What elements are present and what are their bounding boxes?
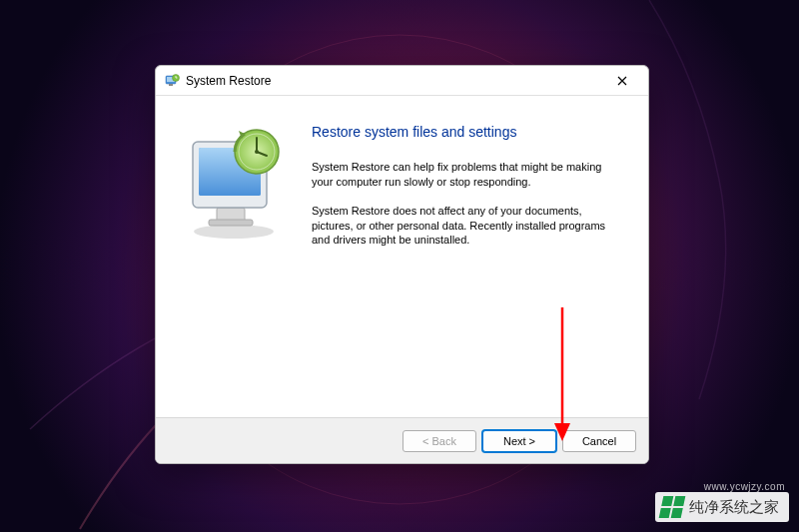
svg-rect-7 xyxy=(209,220,253,226)
next-button[interactable]: Next > xyxy=(482,430,556,452)
watermark-text: 纯净系统之家 xyxy=(689,498,779,517)
dialog-paragraph-1: System Restore can help fix problems tha… xyxy=(312,160,611,190)
system-restore-dialog: System Restore xyxy=(155,65,649,464)
dialog-content: Restore system files and settings System… xyxy=(306,96,648,417)
dialog-title: System Restore xyxy=(186,74,604,88)
svg-rect-4 xyxy=(169,84,173,86)
titlebar: System Restore xyxy=(156,66,648,96)
dialog-body: Restore system files and settings System… xyxy=(156,96,648,417)
back-button: < Back xyxy=(402,430,476,452)
watermark: 纯净系统之家 xyxy=(655,492,789,522)
cancel-button[interactable]: Cancel xyxy=(562,430,636,452)
system-restore-icon xyxy=(164,73,180,89)
close-button[interactable] xyxy=(604,70,640,92)
svg-point-15 xyxy=(255,150,259,154)
dialog-heading: Restore system files and settings xyxy=(312,124,620,140)
svg-point-5 xyxy=(194,225,274,239)
watermark-url: www.ycwjzy.com xyxy=(704,481,785,492)
wizard-graphic xyxy=(156,96,306,417)
watermark-logo-icon xyxy=(659,496,686,518)
button-bar: < Back Next > Cancel xyxy=(156,417,648,463)
dialog-paragraph-2: System Restore does not affect any of yo… xyxy=(312,204,611,249)
